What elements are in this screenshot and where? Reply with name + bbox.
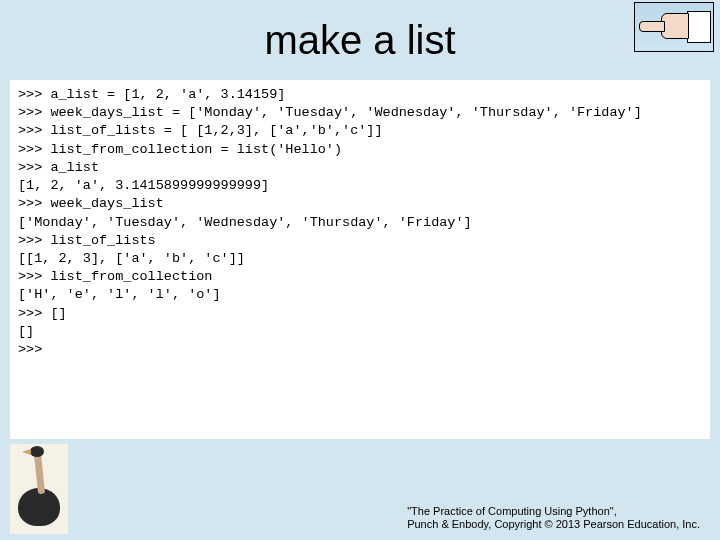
footer-line: Punch & Enbody, Copyright © 2013 Pearson… <box>407 518 700 532</box>
slide-title: make a list <box>0 18 720 63</box>
code-line: [] <box>18 323 702 341</box>
code-line: >>> list_from_collection = list('Hello') <box>18 141 702 159</box>
code-line: [[1, 2, 3], ['a', 'b', 'c']] <box>18 250 702 268</box>
copyright-footer: "The Practice of Computing Using Python"… <box>407 505 700 533</box>
ostrich-icon <box>10 444 68 534</box>
code-line: ['Monday', 'Tuesday', 'Wednesday', 'Thur… <box>18 214 702 232</box>
code-line: [1, 2, 'a', 3.1415899999999999] <box>18 177 702 195</box>
code-line: >>> week_days_list <box>18 195 702 213</box>
pointing-hand-icon <box>634 2 714 52</box>
code-line: >>> week_days_list = ['Monday', 'Tuesday… <box>18 104 702 122</box>
code-line: >>> <box>18 341 702 359</box>
code-line: >>> [] <box>18 305 702 323</box>
code-line: >>> list_of_lists <box>18 232 702 250</box>
code-line: >>> list_of_lists = [ [1,2,3], ['a','b',… <box>18 122 702 140</box>
footer-line: "The Practice of Computing Using Python"… <box>407 505 700 519</box>
code-line: >>> a_list <box>18 159 702 177</box>
code-line: >>> a_list = [1, 2, 'a', 3.14159] <box>18 86 702 104</box>
code-line: >>> list_from_collection <box>18 268 702 286</box>
code-block: >>> a_list = [1, 2, 'a', 3.14159] >>> we… <box>10 80 710 439</box>
code-line: ['H', 'e', 'l', 'l', 'o'] <box>18 286 702 304</box>
